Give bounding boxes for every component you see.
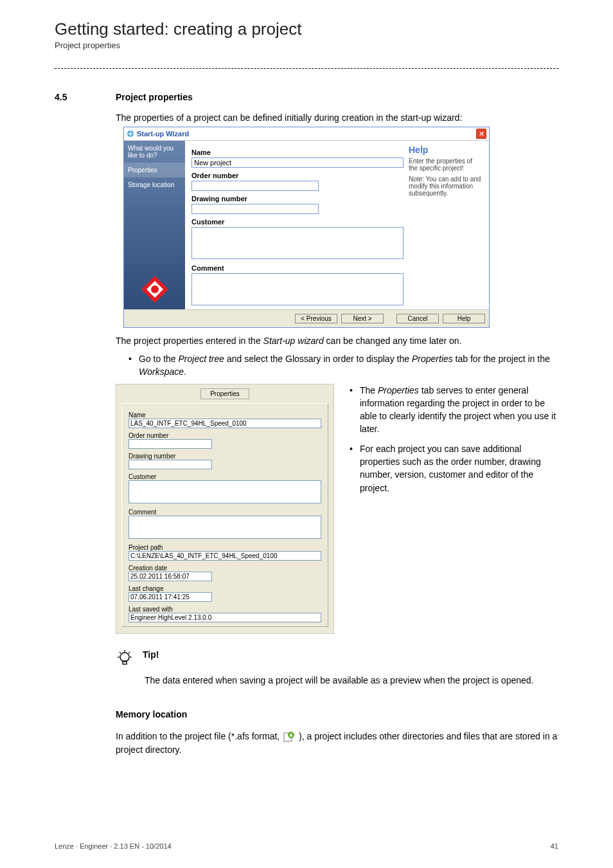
wizard-drawing-label: Drawing number xyxy=(191,195,404,203)
svg-line-9 xyxy=(120,652,121,653)
wizard-form: Name Order number Drawing number Custome… xyxy=(191,145,404,307)
wizard-sidebar: What would you like to do? Properties St… xyxy=(124,141,185,309)
panel-order-input[interactable] xyxy=(129,439,212,449)
wizard-comment-label: Comment xyxy=(191,264,404,272)
panel-order-label: Order number xyxy=(129,432,321,439)
footer-page-number: 41 xyxy=(551,842,558,850)
previous-button[interactable]: < Previous xyxy=(295,314,337,323)
tab-properties[interactable]: Properties xyxy=(200,388,249,399)
wizard-comment-input[interactable] xyxy=(191,273,404,305)
panel-change-input[interactable] xyxy=(129,592,212,602)
text-fragment: and select the Glossary in order to disp… xyxy=(224,354,412,364)
section-intro: The properties of a project can be defin… xyxy=(116,113,558,123)
svg-line-10 xyxy=(129,652,130,653)
wizard-help-title: Help xyxy=(409,145,483,155)
help-button[interactable]: Help xyxy=(443,314,485,323)
wizard-order-input[interactable] xyxy=(191,181,319,191)
panel-customer-label: Customer xyxy=(129,473,321,480)
wizard-name-label: Name xyxy=(191,149,404,156)
text-fragment: Project tree xyxy=(178,354,224,364)
wizard-customer-input[interactable] xyxy=(191,227,404,259)
svg-point-3 xyxy=(151,285,159,293)
wizard-help-panel: Help Enter the properties of the specifi… xyxy=(409,145,483,307)
right-bullet-additional-props: For each project you can save additional… xyxy=(350,442,558,494)
panel-path-label: Project path xyxy=(129,544,321,551)
text-fragment: tab for the project in the xyxy=(453,354,550,364)
text-fragment: . xyxy=(184,366,186,377)
tip-text: The data entered when saving a project w… xyxy=(145,674,558,687)
divider xyxy=(55,68,558,69)
wizard-step-storage[interactable]: Storage location xyxy=(124,177,185,192)
wizard-app-icon xyxy=(127,130,134,138)
text-fragment: In addition to the project file (*.afs f… xyxy=(116,731,282,741)
panel-path-input[interactable] xyxy=(129,551,321,561)
cancel-button[interactable]: Cancel xyxy=(396,314,439,323)
panel-creation-input[interactable] xyxy=(129,572,212,581)
panel-name-label: Name xyxy=(129,411,321,419)
panel-creation-label: Creation date xyxy=(129,565,321,572)
wizard-titlebar: Start-up Wizard ✕ xyxy=(124,127,489,141)
after-wizard-text: The project properties entered in the St… xyxy=(116,336,558,346)
wizard-step-properties[interactable]: Properties xyxy=(124,163,185,177)
text-fragment: Go to the xyxy=(139,354,178,364)
wizard-logo-icon xyxy=(140,275,170,305)
panel-drawing-input[interactable] xyxy=(129,460,212,469)
panel-name-input[interactable] xyxy=(129,419,321,428)
startup-wizard-window: Start-up Wizard ✕ What would you like to… xyxy=(123,127,490,328)
wizard-title-text: Start-up Wizard xyxy=(137,130,189,138)
footer-left: Lenze · Engineer · 2.13 EN - 10/2014 xyxy=(55,842,172,850)
section-title: Project properties xyxy=(116,92,193,102)
afs-file-icon xyxy=(283,732,295,742)
wizard-customer-label: Customer xyxy=(191,218,404,226)
memory-location-text: In addition to the project file (*.afs f… xyxy=(116,730,558,757)
page-subheading: Project properties xyxy=(55,41,558,50)
panel-change-label: Last change xyxy=(129,585,321,592)
right-bullet-properties-tab: The Properties tab serves to enter gener… xyxy=(350,384,558,436)
wizard-step-what[interactable]: What would you like to do? xyxy=(124,141,185,163)
wizard-name-input[interactable] xyxy=(191,158,404,168)
page-heading: Getting started: creating a project xyxy=(55,19,558,39)
wizard-help-line1: Enter the properties of the specific pro… xyxy=(409,158,483,172)
text-fragment: The xyxy=(360,385,378,395)
wizard-drawing-input[interactable] xyxy=(191,204,319,214)
panel-saved-label: Last saved with xyxy=(129,606,321,613)
wizard-order-label: Order number xyxy=(191,172,404,179)
close-icon[interactable]: ✕ xyxy=(476,129,486,139)
wizard-title: Start-up Wizard xyxy=(127,130,189,138)
lightbulb-icon xyxy=(116,649,134,670)
section-number: 4.5 xyxy=(55,92,116,102)
next-button[interactable]: Next > xyxy=(341,314,384,323)
text-fragment: Workspace xyxy=(139,366,184,377)
panel-comment-input[interactable] xyxy=(129,516,321,539)
bullet-goto-project-tree: Go to the Project tree and select the Gl… xyxy=(129,352,558,379)
properties-panel: Properties Name Order number Drawing num… xyxy=(116,384,334,634)
wizard-help-line2: Note: You can add to and modify this inf… xyxy=(409,176,483,197)
svg-point-4 xyxy=(120,653,129,662)
panel-saved-input[interactable] xyxy=(129,613,321,622)
text-fragment: Properties xyxy=(412,354,453,364)
panel-comment-label: Comment xyxy=(129,509,321,516)
panel-drawing-label: Drawing number xyxy=(129,453,321,460)
text-fragment: Properties xyxy=(378,385,419,395)
panel-customer-input[interactable] xyxy=(129,480,321,503)
memory-location-title: Memory location xyxy=(116,709,558,719)
tip-title: Tip! xyxy=(143,649,159,670)
